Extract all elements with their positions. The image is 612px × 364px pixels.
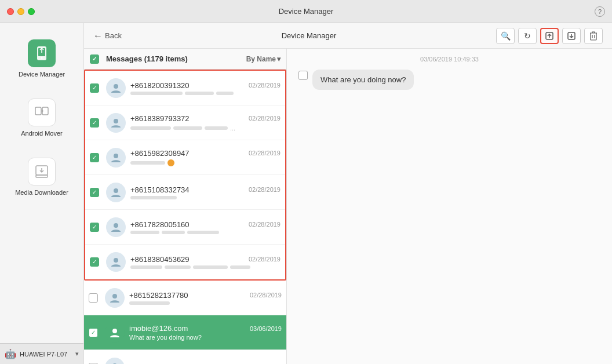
maximize-button[interactable] [28, 8, 35, 15]
back-label: Back [105, 31, 122, 40]
item-checkbox[interactable]: ✓ [89, 328, 98, 337]
device-bar[interactable]: 🤖 HUAWEI P7-L07 ▾ [0, 343, 83, 364]
back-button[interactable]: ← Back [93, 31, 122, 41]
list-item[interactable]: ✓ +8617828005160 02/28/2019 [85, 210, 285, 245]
svg-point-15 [112, 294, 117, 299]
item-checkbox[interactable]: ✓ [90, 257, 99, 267]
messages-title: Messages (1179 items) [106, 54, 246, 63]
svg-point-11 [114, 154, 118, 158]
export-button[interactable] [540, 28, 559, 44]
item-text: +8615982308947 02/28/2019 [130, 149, 280, 166]
sidebar-item-media-downloader[interactable]: Media Downloader [7, 153, 76, 201]
svg-point-16 [112, 329, 117, 333]
orange-dot [167, 159, 174, 166]
android-mover-icon [28, 99, 56, 126]
item-checkbox[interactable]: ✓ [90, 223, 99, 232]
avatar [106, 217, 126, 237]
minimize-button[interactable] [17, 8, 24, 15]
main-layout: Device Manager Android Mover [0, 23, 612, 364]
traffic-lights [7, 8, 35, 15]
sidebar-item-android-mover-label: Android Mover [21, 130, 63, 137]
svg-point-12 [114, 188, 118, 193]
device-name: HUAWEI P7-L07 [20, 351, 67, 358]
refresh-button[interactable]: ↻ [518, 28, 537, 44]
list-scroll[interactable]: ✓ +8618200391320 02/28/2019 [84, 70, 286, 364]
message-timestamp: 03/06/2019 10:49:33 [298, 56, 600, 63]
item-checkbox[interactable] [89, 293, 98, 303]
list-item[interactable]: ✓ +8618389793372 02/28/2019 [85, 105, 285, 140]
svg-point-2 [41, 57, 43, 59]
window-title: Device Manager [279, 7, 334, 16]
device-manager-icon [28, 39, 56, 67]
list-item[interactable]: +8615282137780 02/28/2019 [84, 281, 286, 315]
avatar [106, 183, 126, 202]
list-item[interactable]: ✓ +8618380453629 02/28/2019 [85, 245, 285, 279]
avatar [106, 113, 126, 133]
svg-rect-6 [36, 175, 48, 177]
red-border-section: ✓ +8618200391320 02/28/2019 [84, 70, 286, 281]
avatar [106, 78, 126, 98]
list-item-selected[interactable]: ✓ imobie@126.com 03/06/2019 [84, 315, 286, 350]
avatar [106, 148, 126, 168]
list-item[interactable]: +8615388239219 03/05/2019 [84, 350, 286, 364]
item-text: +8615108332734 02/28/2019 [130, 185, 280, 199]
close-button[interactable] [7, 8, 14, 15]
item-preview: What are you doing now? [129, 334, 234, 341]
messages-pane: ✓ Messages (1179 items) By Name ▾ ✓ [84, 49, 612, 364]
select-all-checkbox[interactable]: ✓ [90, 54, 99, 64]
toolbar-actions: 🔍 ↻ [496, 28, 603, 44]
item-text: +8618380453629 02/28/2019 [130, 255, 280, 269]
detail-panel: 03/06/2019 10:49:33 What are you doing n… [287, 49, 612, 364]
item-checkbox[interactable]: ✓ [90, 118, 99, 128]
content-header: ← Back Device Manager 🔍 ↻ [84, 23, 612, 49]
sidebar-item-media-downloader-label: Media Downloader [15, 189, 68, 196]
media-downloader-icon [28, 158, 56, 185]
item-checkbox[interactable]: ✓ [90, 83, 99, 93]
device-icon: 🤖 [5, 348, 16, 359]
avatar [105, 323, 125, 343]
list-item[interactable]: ✓ +8615108332734 02/28/2019 [85, 175, 285, 210]
avatar [106, 252, 126, 272]
back-arrow-icon: ← [93, 31, 103, 41]
list-item[interactable]: ✓ +8618200391320 02/28/2019 [85, 71, 285, 105]
device-chevron-icon: ▾ [75, 350, 79, 358]
list-item[interactable]: ✓ +8615982308947 02/28/2019 [85, 140, 285, 175]
item-text: +8618389793372 02/28/2019 ... [130, 114, 280, 132]
svg-rect-3 [35, 107, 41, 115]
item-text: +8615282137780 02/28/2019 [129, 291, 282, 305]
search-button[interactable]: 🔍 [496, 28, 515, 44]
sidebar-item-android-mover[interactable]: Android Mover [7, 94, 76, 141]
svg-point-10 [114, 119, 118, 123]
message-bubble: What are you doing now? [312, 70, 414, 90]
sidebar: Device Manager Android Mover [0, 23, 84, 364]
sidebar-item-device-manager[interactable]: Device Manager [7, 35, 76, 82]
message-bubble-row: What are you doing now? [298, 70, 600, 90]
svg-point-9 [114, 84, 118, 89]
avatar [105, 358, 125, 365]
item-checkbox[interactable]: ✓ [90, 153, 99, 162]
titlebar: Device Manager ? [0, 0, 612, 23]
svg-point-14 [114, 258, 118, 263]
sort-button[interactable]: By Name ▾ [246, 55, 280, 63]
item-text: imobie@126.com 03/06/2019 What are you d… [129, 324, 282, 341]
header-title: Device Manager [129, 31, 489, 40]
list-panel: ✓ Messages (1179 items) By Name ▾ ✓ [84, 49, 287, 364]
list-header: ✓ Messages (1179 items) By Name ▾ [84, 49, 286, 70]
detail-message-checkbox[interactable] [298, 71, 308, 80]
avatar [105, 288, 125, 308]
sidebar-item-device-manager-label: Device Manager [19, 71, 65, 78]
help-button[interactable]: ? [595, 6, 605, 17]
item-text: +8617828005160 02/28/2019 [130, 220, 280, 234]
delete-button[interactable] [584, 28, 603, 44]
item-text: +8618200391320 02/28/2019 [130, 81, 280, 95]
item-checkbox[interactable]: ✓ [90, 188, 99, 197]
svg-point-13 [114, 223, 118, 228]
content-area: ← Back Device Manager 🔍 ↻ [84, 23, 612, 364]
import-button[interactable] [562, 28, 581, 44]
